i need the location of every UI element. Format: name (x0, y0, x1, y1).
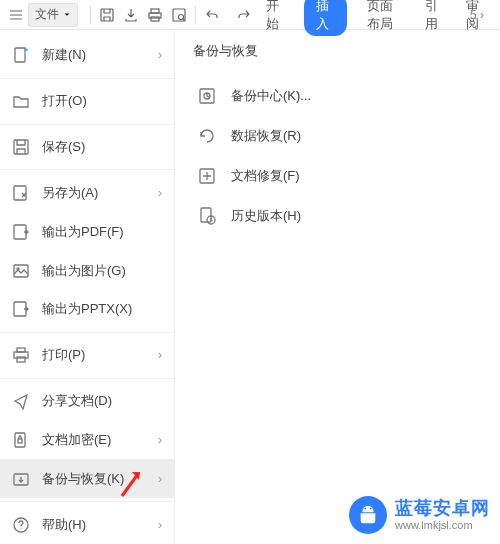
menu-item-label: 文档加密(E) (42, 431, 146, 449)
svg-rect-8 (14, 186, 26, 200)
save-icon (12, 138, 30, 156)
submenu-item-history[interactable]: 历史版本(H) (193, 196, 482, 236)
print-icon (12, 346, 30, 364)
chevron-right-icon: › (158, 433, 162, 447)
svg-point-11 (17, 268, 19, 270)
submenu-item-backup-center[interactable]: 备份中心(K)... (193, 76, 482, 116)
help-icon (12, 516, 30, 534)
history-icon (197, 206, 217, 226)
share-icon (12, 392, 30, 410)
submenu-item-label: 备份中心(K)... (231, 87, 311, 105)
svg-rect-16 (15, 433, 25, 447)
menu-item-label: 输出为图片(G) (42, 262, 162, 280)
menu-item-help[interactable]: 帮助(H) › (0, 505, 174, 544)
divider (0, 332, 174, 333)
svg-rect-17 (18, 439, 22, 443)
watermark-title: 蓝莓安卓网 (395, 498, 490, 520)
lock-icon (12, 431, 30, 449)
chevron-down-icon (63, 8, 71, 22)
svg-rect-6 (15, 48, 25, 62)
watermark-text: 蓝莓安卓网 www.lmkjsl.com (395, 498, 490, 533)
submenu-title: 备份与恢复 (193, 42, 482, 70)
menu-item-label: 备份与恢复(K) (42, 470, 146, 488)
menu-item-label: 输出为PDF(F) (42, 223, 162, 241)
file-menu-dropdown: 新建(N) › 打开(O) 保存(S) 另存为(A) › 输出为PDF(F) 输… (0, 30, 500, 544)
svg-rect-1 (151, 9, 159, 13)
preview-icon[interactable] (167, 3, 191, 27)
divider (0, 378, 174, 379)
export-icon[interactable] (119, 3, 143, 27)
svg-rect-23 (201, 208, 211, 222)
submenu-item-doc-repair[interactable]: 文档修复(F) (193, 156, 482, 196)
file-menu-label: 文件 (35, 6, 59, 23)
undo-icon[interactable] (200, 3, 224, 27)
save-icon[interactable] (95, 3, 119, 27)
svg-point-5 (179, 14, 184, 19)
menu-item-label: 打印(P) (42, 346, 146, 364)
menu-item-open[interactable]: 打开(O) (0, 82, 174, 121)
submenu-item-label: 数据恢复(R) (231, 127, 301, 145)
menu-item-saveas[interactable]: 另存为(A) › (0, 173, 174, 212)
menu-item-exportpdf[interactable]: 输出为PDF(F) (0, 212, 174, 251)
menu-item-share[interactable]: 分享文档(D) (0, 382, 174, 421)
print-icon[interactable] (143, 3, 167, 27)
saveas-icon (12, 184, 30, 202)
menu-icon[interactable] (4, 3, 28, 27)
submenu-item-data-restore[interactable]: 数据恢复(R) (193, 116, 482, 156)
divider (0, 124, 174, 125)
menu-item-label: 打开(O) (42, 92, 162, 110)
menu-item-new[interactable]: 新建(N) › (0, 36, 174, 75)
restore-icon (197, 126, 217, 146)
svg-rect-7 (14, 140, 28, 154)
watermark: 蓝莓安卓网 www.lmkjsl.com (349, 496, 490, 534)
repair-icon (197, 166, 217, 186)
open-icon (12, 92, 30, 110)
menu-item-exportppt[interactable]: 输出为PPTX(X) (0, 290, 174, 329)
pdf-icon (12, 223, 30, 241)
file-submenu-panel: 备份与恢复 备份中心(K)... 数据恢复(R) 文档修复(F) 历史版本(H) (175, 30, 500, 544)
ppt-icon (12, 300, 30, 318)
divider (0, 78, 174, 79)
menu-item-label: 输出为PPTX(X) (42, 300, 162, 318)
menu-item-label: 新建(N) (42, 46, 146, 64)
file-menu-split[interactable] (78, 3, 86, 27)
chevron-right-icon: › (158, 186, 162, 200)
menu-item-label: 分享文档(D) (42, 392, 162, 410)
overflow-hint: 5 › (470, 0, 500, 30)
submenu-item-label: 文档修复(F) (231, 167, 300, 185)
file-menu-button[interactable]: 文件 (28, 3, 78, 27)
watermark-url: www.lmkjsl.com (395, 519, 490, 532)
file-menu-primary: 新建(N) › 打开(O) 保存(S) 另存为(A) › 输出为PDF(F) 输… (0, 30, 175, 544)
submenu-item-label: 历史版本(H) (231, 207, 301, 225)
menu-item-print[interactable]: 打印(P) › (0, 336, 174, 375)
undo-split[interactable] (224, 3, 232, 27)
menu-item-label: 另存为(A) (42, 184, 146, 202)
menu-item-label: 帮助(H) (42, 516, 146, 534)
chevron-right-icon: › (158, 518, 162, 532)
chevron-right-icon: › (158, 48, 162, 62)
svg-rect-0 (101, 9, 113, 21)
backup-center-icon (197, 86, 217, 106)
chevron-right-icon: › (158, 472, 162, 486)
divider (0, 501, 174, 502)
watermark-logo-icon (349, 496, 387, 534)
svg-point-25 (364, 508, 366, 510)
chevron-right-icon: › (158, 348, 162, 362)
menu-item-label: 保存(S) (42, 138, 162, 156)
image-icon (12, 262, 30, 280)
new-icon (12, 46, 30, 64)
svg-point-26 (370, 508, 372, 510)
divider (0, 169, 174, 170)
backup-icon (12, 470, 30, 488)
separator (195, 6, 196, 24)
ribbon-tabs: 开始 插入 页面布局 引用 审阅 (250, 0, 500, 30)
menu-item-exportimg[interactable]: 输出为图片(G) (0, 251, 174, 290)
menu-item-backup[interactable]: 备份与恢复(K) › (0, 459, 174, 498)
menu-item-save[interactable]: 保存(S) (0, 128, 174, 167)
menu-item-encrypt[interactable]: 文档加密(E) › (0, 420, 174, 459)
separator (90, 6, 91, 24)
